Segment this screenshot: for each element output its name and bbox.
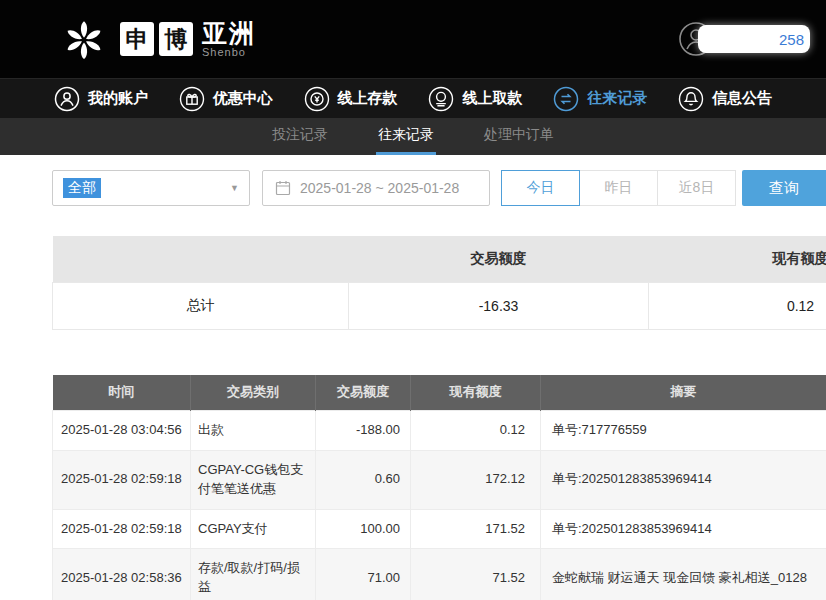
tab-processing-orders[interactable]: 处理中订单 bbox=[482, 118, 556, 155]
exchange-icon bbox=[553, 86, 579, 112]
flower-logo-icon bbox=[58, 13, 110, 65]
type-select[interactable]: 全部 ▼ bbox=[52, 170, 250, 206]
username-suffix: 258 bbox=[779, 31, 804, 48]
table-row: 2025-01-28 02:58:36 存款/取款/打码/损益 71.00 71… bbox=[53, 549, 826, 600]
cell-amount: -188.00 bbox=[316, 411, 411, 451]
calendar-icon bbox=[275, 180, 291, 196]
bell-icon bbox=[678, 86, 704, 112]
col-header-balance: 现有额度 bbox=[411, 375, 541, 411]
nav-label: 线上取款 bbox=[462, 89, 522, 108]
cell-type: 存款/取款/打码/损益 bbox=[191, 549, 316, 600]
cell-amount: 0.60 bbox=[316, 450, 411, 509]
type-select-value: 全部 bbox=[63, 178, 101, 198]
last-8-days-button[interactable]: 近8日 bbox=[657, 170, 736, 206]
date-range-value: 2025-01-28 ~ 2025-01-28 bbox=[300, 180, 459, 196]
records-table: 时间 交易类别 交易额度 现有额度 摘要 2025-01-28 03:04:56… bbox=[52, 375, 826, 600]
nav-announcements[interactable]: 信息公告 bbox=[678, 86, 772, 112]
nav-promotions[interactable]: 优惠中心 bbox=[179, 86, 273, 112]
cell-amount: 100.00 bbox=[316, 509, 411, 549]
nav-my-account[interactable]: 我的账户 bbox=[54, 86, 148, 112]
masked-username: 258 bbox=[698, 25, 810, 53]
table-row: 2025-01-28 03:04:56 出款 -188.00 0.12 单号:7… bbox=[53, 411, 826, 451]
top-header: 申 博 亚洲 Shenbo 258 bbox=[0, 0, 826, 78]
col-header-time: 时间 bbox=[53, 375, 191, 411]
logo-seal-char-1: 申 bbox=[120, 22, 154, 56]
gift-icon bbox=[179, 86, 205, 112]
col-header-type: 交易类别 bbox=[191, 375, 316, 411]
search-button[interactable]: 查询 bbox=[742, 170, 826, 206]
col-header-summary: 摘要 bbox=[541, 375, 826, 411]
logo[interactable]: 申 博 亚洲 Shenbo bbox=[58, 13, 256, 65]
deposit-coin-icon bbox=[304, 86, 330, 112]
logo-region-text: 亚洲 bbox=[202, 20, 256, 46]
nav-online-withdrawal[interactable]: 线上取款 bbox=[428, 86, 522, 112]
cell-summary: 单号:202501283853969414 bbox=[541, 450, 826, 509]
tab-betting-records[interactable]: 投注记录 bbox=[270, 118, 330, 155]
tab-transaction-records[interactable]: 往来记录 bbox=[376, 118, 436, 155]
summary-table: 交易额度 现有额度 总计 -16.33 0.12 bbox=[52, 236, 826, 330]
summary-total-balance: 0.12 bbox=[649, 282, 826, 329]
nav-label: 信息公告 bbox=[712, 89, 772, 108]
cell-time: 2025-01-28 02:58:36 bbox=[53, 549, 191, 600]
records-header-row: 时间 交易类别 交易额度 现有额度 摘要 bbox=[53, 375, 826, 411]
filter-bar: 全部 ▼ 2025-01-28 ~ 2025-01-28 今日 昨日 近8日 查… bbox=[52, 170, 826, 206]
cell-balance: 71.52 bbox=[411, 549, 541, 600]
cell-balance: 171.52 bbox=[411, 509, 541, 549]
sub-nav: 投注记录 往来记录 处理中订单 bbox=[0, 118, 826, 155]
nav-label: 优惠中心 bbox=[213, 89, 273, 108]
records-section: 时间 交易类别 交易额度 现有额度 摘要 2025-01-28 03:04:56… bbox=[52, 375, 826, 600]
date-range-input[interactable]: 2025-01-28 ~ 2025-01-28 bbox=[262, 170, 490, 206]
user-icon bbox=[54, 86, 80, 112]
summary-total-label: 总计 bbox=[53, 282, 349, 329]
cell-time: 2025-01-28 02:59:18 bbox=[53, 450, 191, 509]
today-button[interactable]: 今日 bbox=[501, 170, 580, 206]
yesterday-button[interactable]: 昨日 bbox=[579, 170, 658, 206]
cell-balance: 172.12 bbox=[411, 450, 541, 509]
table-row: 2025-01-28 02:59:18 CGPAY-CG钱包支付笔笔送优惠 0.… bbox=[53, 450, 826, 509]
nav-label: 我的账户 bbox=[88, 89, 148, 108]
col-header-amount: 交易额度 bbox=[316, 375, 411, 411]
quick-range-group: 今日 昨日 近8日 bbox=[502, 170, 736, 206]
summary-header-balance: 现有额度 bbox=[649, 236, 826, 282]
logo-seal-char-2: 博 bbox=[159, 22, 193, 56]
summary-total-transaction: -16.33 bbox=[349, 282, 649, 329]
summary-header-empty bbox=[53, 236, 349, 282]
main-nav: 我的账户 优惠中心 线上存款 线上取款 bbox=[0, 78, 826, 118]
cell-summary: 金蛇献瑞 财运通天 现金回馈 豪礼相送_0128 bbox=[541, 549, 826, 600]
cell-time: 2025-01-28 03:04:56 bbox=[53, 411, 191, 451]
chevron-down-icon: ▼ bbox=[230, 183, 239, 193]
cell-type: CGPAY支付 bbox=[191, 509, 316, 549]
nav-transaction-records[interactable]: 往来记录 bbox=[553, 86, 647, 112]
withdraw-coin-icon bbox=[428, 86, 454, 112]
summary-header-transaction: 交易额度 bbox=[349, 236, 649, 282]
cell-time: 2025-01-28 02:59:18 bbox=[53, 509, 191, 549]
user-account[interactable]: 258 bbox=[678, 21, 810, 57]
summary-header-row: 交易额度 现有额度 bbox=[53, 236, 826, 282]
nav-label: 往来记录 bbox=[587, 89, 647, 108]
nav-online-deposit[interactable]: 线上存款 bbox=[304, 86, 398, 112]
summary-section: 交易额度 现有额度 总计 -16.33 0.12 bbox=[52, 236, 826, 330]
table-row: 2025-01-28 02:59:18 CGPAY支付 100.00 171.5… bbox=[53, 509, 826, 549]
cell-type: 出款 bbox=[191, 411, 316, 451]
cell-amount: 71.00 bbox=[316, 549, 411, 600]
cell-summary: 单号:202501283853969414 bbox=[541, 509, 826, 549]
cell-balance: 0.12 bbox=[411, 411, 541, 451]
cell-summary: 单号:717776559 bbox=[541, 411, 826, 451]
nav-label: 线上存款 bbox=[338, 89, 398, 108]
summary-total-row: 总计 -16.33 0.12 bbox=[53, 282, 826, 329]
cell-type: CGPAY-CG钱包支付笔笔送优惠 bbox=[191, 450, 316, 509]
logo-subtitle: Shenbo bbox=[202, 47, 256, 59]
